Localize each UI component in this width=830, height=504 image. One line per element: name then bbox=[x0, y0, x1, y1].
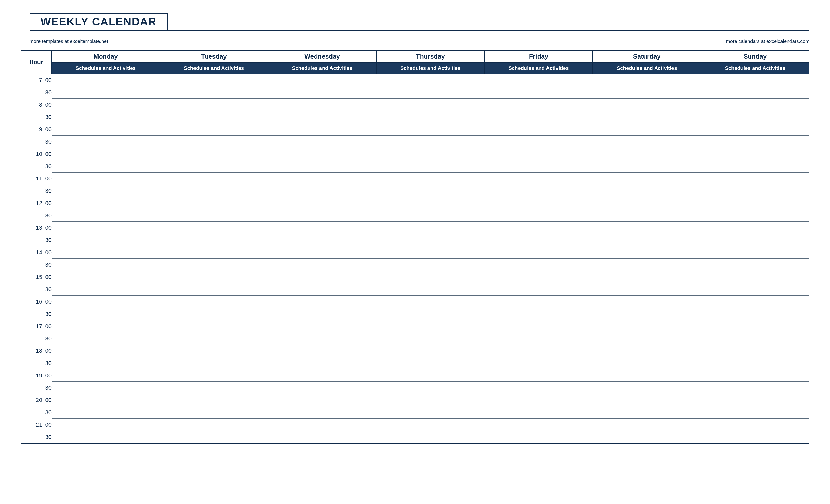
schedule-slot[interactable] bbox=[484, 234, 593, 246]
schedule-slot[interactable] bbox=[593, 74, 701, 87]
schedule-slot[interactable] bbox=[52, 382, 160, 394]
schedule-slot[interactable] bbox=[593, 333, 701, 345]
schedule-slot[interactable] bbox=[376, 345, 485, 357]
schedule-slot[interactable] bbox=[484, 74, 593, 87]
schedule-slot[interactable] bbox=[52, 123, 160, 136]
schedule-slot[interactable] bbox=[376, 369, 485, 382]
schedule-slot[interactable] bbox=[52, 87, 160, 99]
schedule-slot[interactable] bbox=[160, 111, 268, 123]
schedule-slot[interactable] bbox=[52, 431, 160, 443]
schedule-slot[interactable] bbox=[160, 308, 268, 320]
schedule-slot[interactable] bbox=[268, 197, 376, 209]
schedule-slot[interactable] bbox=[593, 160, 701, 172]
schedule-slot[interactable] bbox=[593, 406, 701, 418]
schedule-slot[interactable] bbox=[52, 197, 160, 209]
schedule-slot[interactable] bbox=[52, 148, 160, 160]
schedule-slot[interactable] bbox=[160, 160, 268, 172]
schedule-slot[interactable] bbox=[376, 74, 485, 87]
schedule-slot[interactable] bbox=[160, 345, 268, 357]
schedule-slot[interactable] bbox=[376, 160, 485, 172]
schedule-slot[interactable] bbox=[376, 222, 485, 234]
schedule-slot[interactable] bbox=[376, 357, 485, 369]
schedule-slot[interactable] bbox=[593, 357, 701, 369]
schedule-slot[interactable] bbox=[701, 246, 809, 259]
schedule-slot[interactable] bbox=[268, 123, 376, 136]
schedule-slot[interactable] bbox=[484, 320, 593, 333]
schedule-slot[interactable] bbox=[593, 394, 701, 406]
schedule-slot[interactable] bbox=[593, 418, 701, 431]
schedule-slot[interactable] bbox=[52, 185, 160, 197]
schedule-slot[interactable] bbox=[268, 418, 376, 431]
schedule-slot[interactable] bbox=[52, 296, 160, 308]
schedule-slot[interactable] bbox=[701, 394, 809, 406]
schedule-slot[interactable] bbox=[593, 259, 701, 271]
schedule-slot[interactable] bbox=[160, 394, 268, 406]
schedule-slot[interactable] bbox=[268, 320, 376, 333]
schedule-slot[interactable] bbox=[701, 345, 809, 357]
schedule-slot[interactable] bbox=[484, 418, 593, 431]
schedule-slot[interactable] bbox=[52, 160, 160, 172]
schedule-slot[interactable] bbox=[268, 382, 376, 394]
schedule-slot[interactable] bbox=[160, 357, 268, 369]
schedule-slot[interactable] bbox=[160, 246, 268, 259]
schedule-slot[interactable] bbox=[160, 222, 268, 234]
schedule-slot[interactable] bbox=[376, 172, 485, 185]
schedule-slot[interactable] bbox=[701, 382, 809, 394]
schedule-slot[interactable] bbox=[484, 431, 593, 443]
schedule-slot[interactable] bbox=[52, 308, 160, 320]
schedule-slot[interactable] bbox=[268, 431, 376, 443]
schedule-slot[interactable] bbox=[701, 197, 809, 209]
schedule-slot[interactable] bbox=[52, 111, 160, 123]
schedule-slot[interactable] bbox=[268, 394, 376, 406]
schedule-slot[interactable] bbox=[593, 382, 701, 394]
schedule-slot[interactable] bbox=[160, 87, 268, 99]
schedule-slot[interactable] bbox=[268, 172, 376, 185]
schedule-slot[interactable] bbox=[484, 394, 593, 406]
schedule-slot[interactable] bbox=[160, 172, 268, 185]
schedule-slot[interactable] bbox=[593, 172, 701, 185]
schedule-slot[interactable] bbox=[376, 271, 485, 283]
schedule-slot[interactable] bbox=[484, 87, 593, 99]
schedule-slot[interactable] bbox=[376, 246, 485, 259]
schedule-slot[interactable] bbox=[701, 209, 809, 222]
schedule-slot[interactable] bbox=[376, 123, 485, 136]
schedule-slot[interactable] bbox=[160, 431, 268, 443]
schedule-slot[interactable] bbox=[484, 345, 593, 357]
schedule-slot[interactable] bbox=[268, 271, 376, 283]
schedule-slot[interactable] bbox=[160, 234, 268, 246]
schedule-slot[interactable] bbox=[268, 87, 376, 99]
schedule-slot[interactable] bbox=[268, 99, 376, 111]
schedule-slot[interactable] bbox=[701, 87, 809, 99]
schedule-slot[interactable] bbox=[701, 308, 809, 320]
schedule-slot[interactable] bbox=[376, 259, 485, 271]
schedule-slot[interactable] bbox=[160, 259, 268, 271]
schedule-slot[interactable] bbox=[484, 209, 593, 222]
schedule-slot[interactable] bbox=[484, 283, 593, 296]
schedule-slot[interactable] bbox=[701, 369, 809, 382]
schedule-slot[interactable] bbox=[52, 394, 160, 406]
schedule-slot[interactable] bbox=[268, 333, 376, 345]
schedule-slot[interactable] bbox=[160, 185, 268, 197]
schedule-slot[interactable] bbox=[593, 308, 701, 320]
schedule-slot[interactable] bbox=[701, 259, 809, 271]
schedule-slot[interactable] bbox=[268, 369, 376, 382]
schedule-slot[interactable] bbox=[160, 148, 268, 160]
schedule-slot[interactable] bbox=[376, 406, 485, 418]
schedule-slot[interactable] bbox=[484, 406, 593, 418]
schedule-slot[interactable] bbox=[268, 296, 376, 308]
schedule-slot[interactable] bbox=[376, 87, 485, 99]
schedule-slot[interactable] bbox=[484, 357, 593, 369]
schedule-slot[interactable] bbox=[160, 320, 268, 333]
schedule-slot[interactable] bbox=[484, 111, 593, 123]
schedule-slot[interactable] bbox=[701, 357, 809, 369]
schedule-slot[interactable] bbox=[52, 172, 160, 185]
schedule-slot[interactable] bbox=[376, 296, 485, 308]
schedule-slot[interactable] bbox=[593, 296, 701, 308]
schedule-slot[interactable] bbox=[52, 136, 160, 148]
schedule-slot[interactable] bbox=[701, 271, 809, 283]
schedule-slot[interactable] bbox=[160, 418, 268, 431]
schedule-slot[interactable] bbox=[376, 99, 485, 111]
schedule-slot[interactable] bbox=[268, 148, 376, 160]
schedule-slot[interactable] bbox=[701, 185, 809, 197]
schedule-slot[interactable] bbox=[52, 271, 160, 283]
